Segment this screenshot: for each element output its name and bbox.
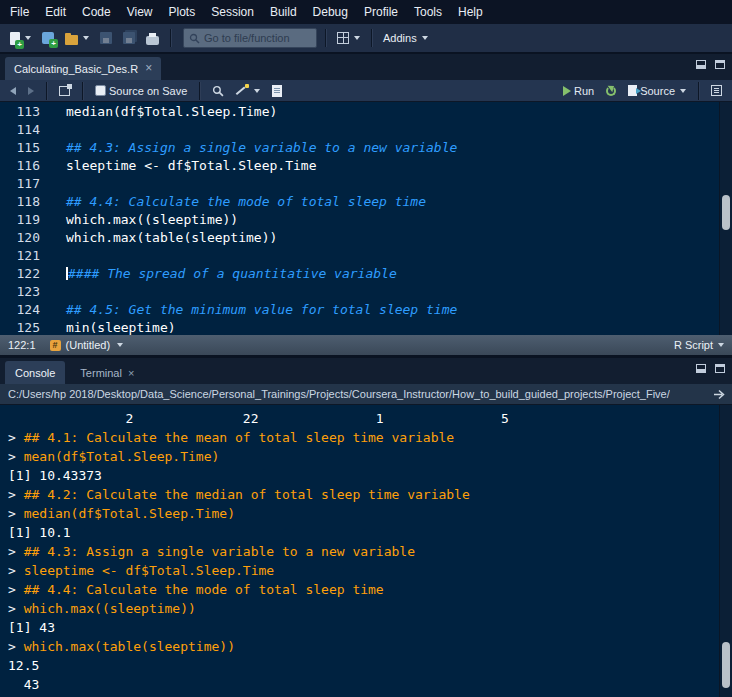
source-tabbar: Calculating_Basic_Des.R × <box>0 54 732 80</box>
editor-line-123[interactable]: 123 <box>0 283 732 301</box>
console-line: > which.max((sleeptime)) <box>8 599 718 618</box>
console-scrollbar[interactable] <box>719 405 732 697</box>
editor-scrollbar[interactable] <box>719 102 732 335</box>
compile-report-button[interactable] <box>269 83 285 99</box>
menu-plots[interactable]: Plots <box>161 0 204 24</box>
new-project-button[interactable] <box>39 30 57 46</box>
editor-line-120[interactable]: 120which.max(table(sleeptime)) <box>0 229 732 247</box>
console-line: [1] 10.43373 <box>8 466 718 485</box>
source-button[interactable]: Source <box>625 83 689 99</box>
find-replace-button[interactable] <box>209 83 227 99</box>
jump-to-menu[interactable]: (Untitled) <box>50 339 124 351</box>
menu-tools[interactable]: Tools <box>406 0 450 24</box>
line-number: 119 <box>0 211 50 229</box>
line-number: 117 <box>0 175 50 193</box>
tab-console[interactable]: Console <box>5 361 65 384</box>
line-number: 120 <box>0 229 50 247</box>
pane-layout-button[interactable] <box>334 30 363 46</box>
run-button[interactable]: Run <box>560 83 597 99</box>
console-line: > which.max(table(sleeptime)) <box>8 637 718 656</box>
menu-bar: FileEditCodeViewPlotsSessionBuildDebugPr… <box>0 0 732 24</box>
save-button[interactable] <box>97 30 115 46</box>
save-all-button[interactable] <box>120 30 138 46</box>
editor-line-122[interactable]: 122#### The spread of a quantitative var… <box>0 265 732 283</box>
editor-line-124[interactable]: 124## 4.5: Get the minimum value for tot… <box>0 301 732 319</box>
console-line: 2 22 1 5 <box>8 409 718 428</box>
minimize-icon[interactable] <box>696 60 706 69</box>
console-line: [1] 43 <box>8 618 718 637</box>
console-line: > sleeptime <- df$Total.Sleep.Time <box>8 561 718 580</box>
menu-session[interactable]: Session <box>203 0 262 24</box>
minimize-icon[interactable] <box>696 364 706 373</box>
menu-help[interactable]: Help <box>450 0 491 24</box>
menu-profile[interactable]: Profile <box>356 0 406 24</box>
code-text: ## 4.4: Calculate the mode of total slee… <box>50 193 426 211</box>
tab-title: Calculating_Basic_Des.R <box>14 63 138 75</box>
code-text: ## 4.3: Assign a single variable to a ne… <box>50 139 457 157</box>
console-line: > ## 4.3: Assign a single variable to a … <box>8 542 718 561</box>
editor-line-116[interactable]: 116sleeptime <- df$Total.Sleep.Time <box>0 157 732 175</box>
popout-button[interactable] <box>56 84 73 98</box>
close-icon[interactable]: × <box>145 63 152 74</box>
goto-file-input[interactable] <box>204 32 311 44</box>
menu-debug[interactable]: Debug <box>305 0 356 24</box>
maximize-icon[interactable] <box>715 364 725 373</box>
source-toolbar: Source on Save Run Sourc <box>0 80 732 102</box>
rerun-button[interactable] <box>603 84 619 98</box>
save-icon <box>100 32 112 44</box>
chevron-down-icon <box>422 36 428 40</box>
file-type-menu[interactable]: R Script <box>674 339 724 351</box>
close-icon[interactable]: × <box>128 367 134 379</box>
chevron-down-icon <box>354 36 360 40</box>
new-file-button[interactable] <box>7 30 34 47</box>
source-on-save-toggle[interactable]: Source on Save <box>92 83 190 99</box>
code-text <box>50 247 66 265</box>
print-button[interactable] <box>143 30 162 47</box>
addins-button[interactable]: Addins <box>380 30 431 46</box>
console-line: 12.5 <box>8 656 718 675</box>
open-file-button[interactable] <box>62 30 92 47</box>
editor-line-115[interactable]: 115## 4.3: Assign a single variable to a… <box>0 139 732 157</box>
toolbar-separator <box>170 29 171 47</box>
console-output[interactable]: 2 22 1 5> ## 4.1: Calculate the mean of … <box>0 405 732 697</box>
working-directory-bar: C:/Users/hp 2018/Desktop/Data_Science/Pe… <box>0 384 732 405</box>
maximize-icon[interactable] <box>715 60 725 69</box>
pane-window-controls <box>696 364 725 373</box>
text-cursor <box>66 267 68 280</box>
editor-line-114[interactable]: 114 <box>0 121 732 139</box>
editor-line-125[interactable]: 125min(sleeptime) <box>0 319 732 335</box>
goto-directory-icon[interactable] <box>713 389 726 400</box>
editor-line-118[interactable]: 118## 4.4: Calculate the mode of total s… <box>0 193 732 211</box>
outline-button[interactable] <box>708 83 725 98</box>
chevron-down-icon <box>680 89 686 93</box>
editor-lines: 113median(df$Total.Sleep.Time)114115## 4… <box>0 102 732 335</box>
working-directory-path: C:/Users/hp 2018/Desktop/Data_Science/Pe… <box>8 388 670 400</box>
menu-edit[interactable]: Edit <box>37 0 74 24</box>
tab-terminal[interactable]: Terminal × <box>70 361 144 384</box>
editor-line-121[interactable]: 121 <box>0 247 732 265</box>
magic-wand-icon <box>236 84 249 97</box>
menu-file[interactable]: File <box>2 0 37 24</box>
report-icon <box>272 85 282 97</box>
editor-line-119[interactable]: 119which.max((sleeptime)) <box>0 211 732 229</box>
goto-file-search[interactable] <box>183 28 317 48</box>
editor-line-117[interactable]: 117 <box>0 175 732 193</box>
code-tools-button[interactable] <box>233 82 263 99</box>
editor-line-113[interactable]: 113median(df$Total.Sleep.Time) <box>0 103 732 121</box>
scrollbar-thumb[interactable] <box>722 642 730 689</box>
pane-grid-icon <box>337 32 349 44</box>
forward-button[interactable] <box>25 85 37 97</box>
scrollbar-thumb[interactable] <box>722 195 730 230</box>
code-text: min(sleeptime) <box>50 319 176 335</box>
code-editor[interactable]: 113median(df$Total.Sleep.Time)114115## 4… <box>0 102 732 335</box>
checkbox-icon[interactable] <box>95 85 106 96</box>
chevron-down-icon <box>718 343 724 347</box>
menu-build[interactable]: Build <box>262 0 305 24</box>
tab-calculating-basic-des[interactable]: Calculating_Basic_Des.R × <box>5 57 161 80</box>
console-line: > ## 4.2: Calculate the median of total … <box>8 485 718 504</box>
menu-view[interactable]: View <box>119 0 161 24</box>
console-lines: 2 22 1 5> ## 4.1: Calculate the mean of … <box>8 409 718 697</box>
chevron-down-icon <box>25 36 31 40</box>
back-button[interactable] <box>7 85 19 97</box>
menu-code[interactable]: Code <box>74 0 119 24</box>
